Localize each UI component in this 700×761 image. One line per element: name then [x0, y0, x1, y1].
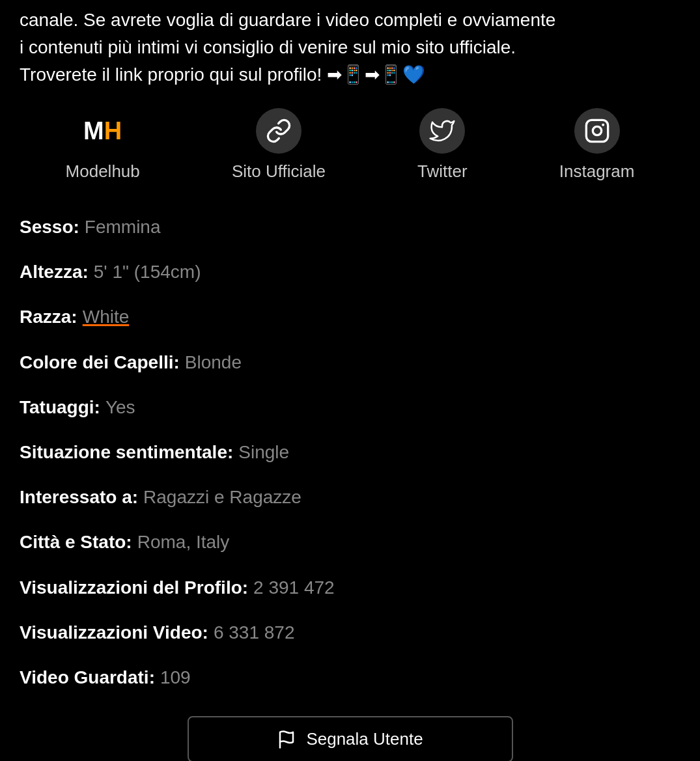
link-icon — [266, 118, 292, 144]
interessato-label: Interessato a: — [20, 484, 138, 510]
desc-line2: i contenuti più intimi vi consiglio di v… — [20, 37, 516, 57]
video-views-value: 6 331 872 — [214, 620, 295, 645]
page-container: canale. Se avrete voglia di guardare i v… — [0, 0, 700, 761]
report-button[interactable]: Segnala Utente — [188, 716, 513, 761]
capelli-row: Colore dei Capelli: Blonde — [20, 350, 680, 375]
modelhub-link[interactable]: MH Modelhub — [66, 108, 140, 182]
twitter-icon-container — [419, 108, 465, 154]
video-guardati-label: Video Guardati: — [20, 665, 155, 690]
twitter-link[interactable]: Twitter — [417, 108, 468, 182]
tatuaggi-row: Tatuaggi: Yes — [20, 394, 680, 420]
video-guardati-value: 109 — [160, 665, 191, 690]
sito-icon-container — [256, 108, 301, 154]
sesso-value: Femmina — [85, 214, 161, 240]
altezza-value: 5' 1" (154cm) — [94, 259, 201, 284]
instagram-link[interactable]: Instagram — [559, 108, 635, 182]
mh-h-letter: H — [104, 117, 122, 145]
modelhub-label: Modelhub — [66, 161, 140, 182]
modelhub-icon: MH — [80, 108, 126, 154]
sentimentale-label: Situazione sentimentale: — [20, 439, 233, 465]
report-button-container: Segnala Utente — [20, 716, 680, 761]
instagram-icon-container — [574, 108, 620, 154]
report-button-label: Segnala Utente — [306, 729, 423, 749]
tatuaggi-value: Yes — [105, 394, 135, 420]
svg-point-2 — [602, 124, 604, 126]
instagram-label: Instagram — [559, 161, 635, 182]
interessato-row: Interessato a: Ragazzi e Ragazze — [20, 484, 680, 510]
flag-icon — [277, 730, 296, 749]
svg-point-1 — [593, 126, 601, 135]
instagram-icon — [584, 118, 610, 144]
sito-label: Sito Ufficiale — [232, 161, 326, 182]
description-text: canale. Se avrete voglia di guardare i v… — [20, 0, 680, 89]
social-links: MH Modelhub Sito Ufficiale Twitter — [20, 108, 680, 182]
capelli-value: Blonde — [185, 350, 242, 375]
video-guardati-row: Video Guardati: 109 — [20, 665, 680, 690]
video-views-label: Visualizzazioni Video: — [20, 620, 208, 645]
svg-rect-0 — [586, 120, 608, 141]
citta-label: Città e Stato: — [20, 529, 132, 555]
desc-line1: canale. Se avrete voglia di guardare i v… — [20, 10, 555, 30]
altezza-row: Altezza: 5' 1" (154cm) — [20, 259, 680, 284]
mh-m-letter: M — [83, 117, 104, 145]
altezza-label: Altezza: — [20, 259, 89, 284]
video-views-row: Visualizzazioni Video: 6 331 872 — [20, 620, 680, 645]
twitter-icon — [429, 118, 455, 144]
razza-value: White — [83, 304, 130, 329]
sentimentale-value: Single — [238, 439, 289, 465]
sesso-row: Sesso: Femmina — [20, 214, 680, 240]
capelli-label: Colore dei Capelli: — [20, 350, 180, 375]
interessato-value: Ragazzi e Ragazze — [143, 484, 301, 510]
profilo-views-row: Visualizzazioni del Profilo: 2 391 472 — [20, 575, 680, 600]
profile-stats: Sesso: Femmina Altezza: 5' 1" (154cm) Ra… — [20, 214, 680, 690]
twitter-label: Twitter — [417, 161, 468, 182]
citta-value: Roma, Italy — [137, 529, 230, 555]
razza-row: Razza: White — [20, 304, 680, 329]
desc-line3: Troverete il link proprio qui sul profil… — [20, 64, 425, 85]
tatuaggi-label: Tatuaggi: — [20, 394, 100, 420]
sito-ufficiale-link[interactable]: Sito Ufficiale — [232, 108, 326, 182]
sesso-label: Sesso: — [20, 214, 79, 240]
profilo-views-label: Visualizzazioni del Profilo: — [20, 575, 248, 600]
sentimentale-row: Situazione sentimentale: Single — [20, 439, 680, 465]
profilo-views-value: 2 391 472 — [253, 575, 335, 600]
citta-row: Città e Stato: Roma, Italy — [20, 529, 680, 555]
razza-label: Razza: — [20, 304, 77, 329]
